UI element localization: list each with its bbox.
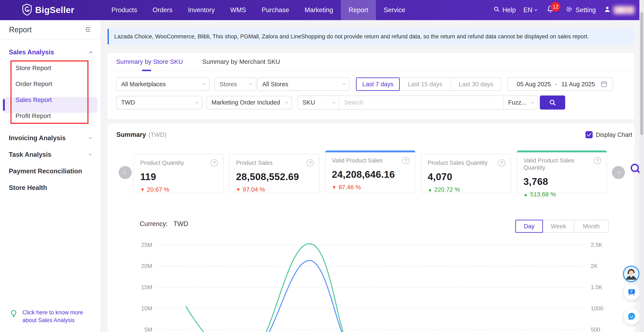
card-valid-product-sales[interactable]: Valid Product Sales ? 24,208,646.16 ▼ 97… bbox=[325, 150, 415, 193]
language-selector[interactable]: EN bbox=[523, 6, 537, 14]
range-week-button[interactable]: Week bbox=[542, 220, 574, 233]
filter-row-1: All Marketplaces Stores All Stores Last … bbox=[116, 78, 613, 91]
search-field-type-select[interactable]: SKU bbox=[298, 99, 339, 106]
settings-menu[interactable]: Setting bbox=[565, 5, 596, 15]
tab-summary-by-store-sku[interactable]: Summary by Store SKU bbox=[116, 58, 183, 65]
series-valid-product-sales-line bbox=[186, 260, 556, 332]
sidebar-divider bbox=[0, 39, 100, 40]
sales-line-chart[interactable]: 25M 20M 15M 10M 5M 2.5K 2K 1.5K 1000 500 bbox=[108, 237, 634, 332]
chevron-down-icon bbox=[285, 101, 288, 104]
currency-code: TWD bbox=[173, 220, 188, 227]
axis-tick: 5M bbox=[144, 326, 152, 332]
card-valid-product-sales-quantity[interactable]: Valid Product Sales Quantity ? 3,768 ▲ 5… bbox=[517, 150, 607, 193]
all-stores-value: All Stores bbox=[262, 81, 288, 88]
question-circle-icon[interactable]: ? bbox=[306, 159, 314, 166]
notice-text: Lazada Choice, WooCommerce, Blibli, This… bbox=[114, 33, 589, 40]
currency-select[interactable]: TWD bbox=[116, 96, 202, 109]
axis-tick: 10M bbox=[141, 305, 152, 312]
tab-summary-by-merchant-sku[interactable]: Summary by Merchant SKU bbox=[202, 58, 280, 65]
username-blurred bbox=[614, 6, 634, 14]
last-30-days-button[interactable]: Last 30 days bbox=[450, 78, 502, 91]
fuzzy-match-value: Fuzz... bbox=[508, 99, 526, 106]
payment-reconciliation-label: Payment Reconciliation bbox=[9, 167, 82, 175]
axis-tick: 1.5K bbox=[591, 284, 602, 290]
chevron-down-icon bbox=[249, 82, 252, 85]
search-input[interactable] bbox=[339, 96, 503, 109]
sidebar-item-sales-report[interactable]: Sales Report bbox=[0, 92, 100, 108]
sidebar-section-payment-reconciliation[interactable]: Payment Reconciliation bbox=[0, 163, 100, 179]
last-15-days-button[interactable]: Last 15 days bbox=[399, 78, 451, 91]
sidebar-section-sales-analysis[interactable]: Sales Analysis bbox=[9, 48, 92, 57]
store-report-label: Store Report bbox=[16, 65, 51, 72]
nav-item-marketing[interactable]: Marketing bbox=[297, 0, 341, 20]
question-circle-icon[interactable]: ? bbox=[211, 159, 218, 166]
date-range-picker[interactable]: 05 Aug 2025 - 11 Aug 2025 bbox=[507, 78, 613, 91]
sidebar-item-profit-report[interactable]: Profit Report bbox=[0, 108, 100, 124]
nav-item-orders[interactable]: Orders bbox=[145, 0, 180, 20]
up-arrow-icon: ▲ bbox=[524, 192, 528, 197]
card-delta-value: 97.04 % bbox=[243, 186, 265, 193]
collapse-sidebar-icon[interactable] bbox=[84, 26, 92, 34]
nav-item-inventory[interactable]: Inventory bbox=[180, 0, 223, 20]
chevron-down-icon bbox=[332, 101, 336, 104]
card-delta-value: 220.72 % bbox=[434, 186, 460, 193]
main-menu: Products Orders Inventory WMS Purchase M… bbox=[104, 0, 413, 20]
search-field-type-value: SKU bbox=[302, 99, 315, 106]
brand[interactable]: BigSeller bbox=[22, 4, 74, 16]
axis-tick: 25M bbox=[141, 242, 152, 248]
card-product-sales[interactable]: Product Sales ? 28,508,552.69 ▼ 97.04 % bbox=[229, 154, 320, 193]
setting-label: Setting bbox=[576, 6, 596, 14]
user-account[interactable] bbox=[603, 5, 634, 15]
sidebar-footer-link[interactable]: Click here to know more about Sales Anal… bbox=[0, 309, 100, 324]
question-circle-icon[interactable]: ? bbox=[498, 159, 505, 166]
display-chart-checkbox[interactable] bbox=[586, 131, 593, 138]
chevron-right-icon bbox=[617, 171, 620, 174]
nav-item-products[interactable]: Products bbox=[104, 0, 145, 20]
card-value: 119 bbox=[140, 171, 218, 182]
sidebar-section-store-health[interactable]: Store Health bbox=[0, 179, 100, 196]
range-month-button[interactable]: Month bbox=[574, 220, 608, 233]
summary-panel: Summary (TWD) Display Chart Product Quan… bbox=[108, 123, 634, 332]
question-circle-icon[interactable]: ? bbox=[594, 157, 601, 164]
help-menu[interactable]: Help bbox=[493, 6, 516, 15]
sidebar-section-task-analysis[interactable]: Task Analysis bbox=[0, 146, 100, 163]
top-nav: BigSeller Products Orders Inventory WMS … bbox=[0, 0, 644, 20]
nav-item-purchase[interactable]: Purchase bbox=[254, 0, 297, 20]
card-product-quantity[interactable]: Product Quantity ? 119 ▼ 20.67 % bbox=[134, 154, 224, 193]
marketplace-value: All Marketplaces bbox=[121, 81, 166, 88]
nav-item-report[interactable]: Report bbox=[341, 0, 376, 20]
question-circle-icon[interactable]: ? bbox=[402, 157, 410, 164]
announcement-button[interactable] bbox=[624, 284, 640, 300]
nav-item-service[interactable]: Service bbox=[376, 0, 413, 20]
card-product-sales-quantity[interactable]: Product Sales Quantity ? 4,070 ▲ 220.72 … bbox=[421, 154, 511, 193]
nav-right-cluster: Help EN 12 Setting bbox=[493, 5, 634, 15]
sales-analysis-label: Sales Analysis bbox=[9, 49, 54, 56]
search-button[interactable] bbox=[540, 96, 565, 110]
nav-item-wms[interactable]: WMS bbox=[222, 0, 254, 20]
customer-service-avatar-button[interactable] bbox=[623, 266, 640, 282]
scrollbar-thumb[interactable] bbox=[640, 12, 643, 135]
sidebar-item-order-report[interactable]: Order Report bbox=[0, 76, 100, 92]
all-stores-select[interactable]: All Stores bbox=[257, 78, 350, 91]
sidebar-section-invoicing-analysis[interactable]: Invoicing Analysis bbox=[0, 130, 100, 146]
chevron-up-icon bbox=[89, 52, 92, 54]
chevron-down-icon bbox=[534, 8, 537, 11]
stores-type-select[interactable]: Stores bbox=[214, 78, 256, 91]
sidebar-item-store-report[interactable]: Store Report bbox=[0, 60, 100, 76]
know-more-link: Click here to know more about Sales Anal… bbox=[22, 309, 96, 324]
marketing-order-value: Marketing Order Included bbox=[212, 99, 280, 106]
cards-prev-button[interactable] bbox=[119, 166, 132, 179]
card-label: Valid Product Sales bbox=[332, 157, 382, 164]
display-chart-label: Display Chart bbox=[596, 131, 632, 138]
help-label: Help bbox=[502, 6, 516, 14]
range-day-button[interactable]: Day bbox=[515, 220, 543, 233]
display-chart-toggle[interactable]: Display Chart bbox=[586, 131, 632, 138]
last-7-days-button[interactable]: Last 7 days bbox=[356, 78, 400, 91]
notifications-button[interactable]: 12 bbox=[546, 5, 555, 15]
feedback-button[interactable] bbox=[624, 308, 640, 325]
marketing-order-select[interactable]: Marketing Order Included bbox=[206, 96, 292, 109]
fuzzy-match-select[interactable]: Fuzz... bbox=[504, 99, 537, 106]
up-arrow-icon: ▲ bbox=[428, 187, 432, 192]
marketplace-select[interactable]: All Marketplaces bbox=[116, 78, 210, 91]
cards-next-button[interactable] bbox=[612, 166, 625, 179]
